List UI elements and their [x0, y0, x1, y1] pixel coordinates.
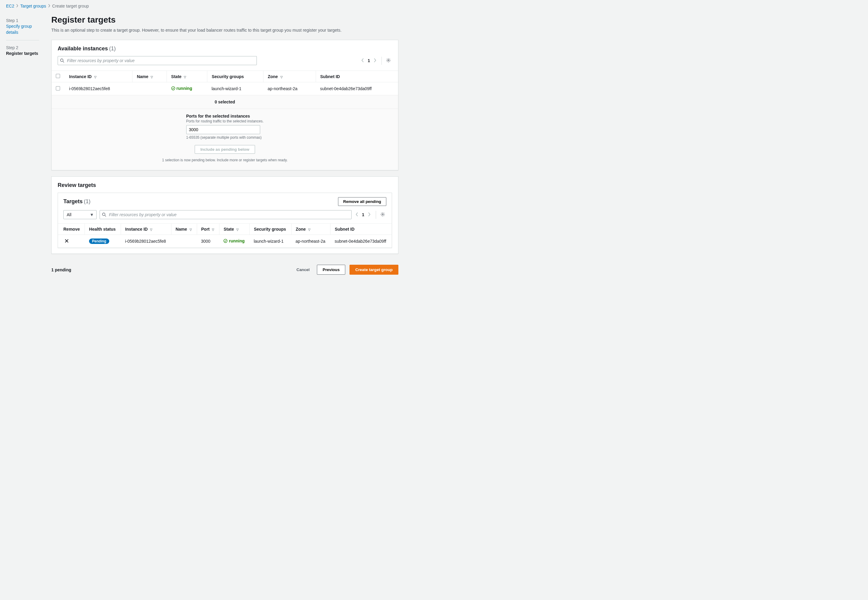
svg-point-4: [102, 213, 105, 215]
available-title-text: Available instances: [58, 45, 108, 52]
pager-prev-icon[interactable]: [355, 211, 359, 218]
review-title: Review targets: [58, 182, 392, 188]
pager-page: 1: [368, 58, 370, 63]
col-instance-id[interactable]: Instance ID: [125, 227, 148, 232]
include-pending-button[interactable]: Include as pending below: [195, 145, 255, 154]
cell-instance-id: i-0569b28012aec5fe8: [121, 235, 171, 248]
col-health: Health status: [89, 227, 116, 232]
col-port[interactable]: Port: [201, 227, 210, 232]
available-count: (1): [109, 45, 116, 52]
state-text: running: [176, 86, 192, 91]
available-search: [58, 56, 257, 65]
caret-down-icon: ▼: [90, 212, 94, 217]
health-filter-select[interactable]: All ▼: [63, 210, 97, 219]
cancel-button[interactable]: Cancel: [293, 265, 313, 274]
col-zone[interactable]: Zone: [268, 74, 278, 79]
targets-pager: 1: [355, 211, 371, 218]
cell-state: running: [167, 82, 207, 95]
svg-line-5: [105, 215, 106, 217]
cell-state: running: [219, 235, 249, 248]
sort-caret-icon: ▽: [212, 228, 214, 231]
status-ok-icon: [223, 239, 228, 243]
step1-label: Step 1: [6, 18, 39, 23]
available-instances-panel: Available instances (1) 1: [51, 40, 398, 170]
targets-title-text: Targets: [63, 198, 83, 205]
select-all-checkbox[interactable]: [56, 74, 60, 78]
step1-link[interactable]: Specify group details: [6, 24, 39, 35]
remove-target-button[interactable]: [65, 239, 69, 244]
chevron-right-icon: [16, 4, 18, 8]
sort-caret-icon: ▽: [184, 76, 186, 79]
sort-caret-icon: ▽: [308, 228, 310, 231]
cell-security-groups: launch-wizard-1: [207, 82, 263, 95]
col-remove: Remove: [63, 227, 80, 232]
col-name[interactable]: Name: [176, 227, 187, 232]
sort-caret-icon: ▽: [236, 228, 239, 231]
search-icon: [102, 212, 106, 217]
row-checkbox[interactable]: [56, 86, 60, 91]
col-instance-id[interactable]: Instance ID: [69, 74, 92, 79]
table-row[interactable]: i-0569b28012aec5fe8 running launch-wizar…: [52, 82, 398, 95]
wizard-sidebar: Step 1 Specify group details Step 2 Regi…: [6, 12, 39, 57]
targets-search: [100, 210, 352, 219]
targets-subpanel: Targets (1) Remove all pending All ▼: [58, 192, 392, 248]
col-subnet-id[interactable]: Subnet ID: [320, 74, 340, 79]
breadcrumb-target-groups[interactable]: Target groups: [20, 4, 46, 8]
ports-help: Ports for routing traffic to the selecte…: [186, 119, 264, 123]
table-row: Pending i-0569b28012aec5fe8 3000 running: [58, 235, 392, 248]
cell-zone: ap-northeast-2a: [291, 235, 330, 248]
previous-button[interactable]: Previous: [317, 265, 345, 275]
available-pager: 1: [360, 57, 377, 65]
pending-count: 1 pending: [51, 267, 71, 272]
col-subnet-id[interactable]: Subnet ID: [335, 227, 354, 232]
create-target-group-button[interactable]: Create target group: [350, 265, 398, 275]
main-content: Register targets This is an optional ste…: [51, 12, 398, 284]
cell-subnet-id: subnet-0e4dab26e73da09ff: [316, 82, 398, 95]
available-search-input[interactable]: [58, 56, 257, 65]
svg-point-0: [60, 59, 63, 62]
targets-search-input[interactable]: [100, 210, 352, 219]
filter-all-text: All: [67, 212, 71, 217]
wizard-footer: 1 pending Cancel Previous Create target …: [51, 260, 398, 284]
remove-all-pending-button[interactable]: Remove all pending: [338, 197, 386, 206]
review-title-text: Review targets: [58, 182, 96, 188]
cell-instance-id: i-0569b28012aec5fe8: [65, 82, 132, 95]
col-state[interactable]: State: [223, 227, 234, 232]
cell-name: [132, 82, 167, 95]
svg-point-2: [388, 59, 389, 61]
cell-zone: ap-northeast-2a: [263, 82, 316, 95]
col-name[interactable]: Name: [137, 74, 148, 79]
settings-gear-icon[interactable]: [376, 211, 386, 219]
step2-current: Register targets: [6, 51, 39, 57]
col-zone[interactable]: Zone: [296, 227, 306, 232]
settings-gear-icon[interactable]: [382, 57, 392, 65]
cell-port: 3000: [197, 235, 219, 248]
col-state[interactable]: State: [171, 74, 181, 79]
pager-next-icon[interactable]: [372, 57, 377, 65]
col-security-groups[interactable]: Security groups: [211, 74, 244, 79]
col-security-groups[interactable]: Security groups: [254, 227, 286, 232]
review-targets-panel: Review targets Targets (1) Remove all pe…: [51, 176, 398, 254]
pending-note: 1 selection is now pending below. Includ…: [58, 154, 392, 164]
page-subtitle: This is an optional step to create a tar…: [51, 28, 398, 33]
ports-input[interactable]: [186, 125, 260, 134]
sort-caret-icon: ▽: [280, 76, 283, 79]
state-text: running: [229, 238, 245, 243]
sort-caret-icon: ▽: [150, 228, 152, 231]
page-title: Register targets: [51, 15, 398, 25]
cell-security-groups: launch-wizard-1: [249, 235, 291, 248]
pager-next-icon[interactable]: [367, 211, 371, 218]
step2-label: Step 2: [6, 45, 39, 50]
available-title: Available instances (1): [58, 45, 392, 52]
breadcrumb: EC2 Target groups Create target group: [0, 0, 868, 12]
pager-prev-icon[interactable]: [360, 57, 365, 65]
breadcrumb-current: Create target group: [52, 4, 89, 8]
cell-name: [171, 235, 197, 248]
sort-caret-icon: ▽: [94, 76, 97, 79]
sort-caret-icon: ▽: [150, 76, 153, 79]
targets-table: Remove Health status Instance ID ▽ Name …: [58, 223, 392, 248]
breadcrumb-ec2[interactable]: EC2: [6, 4, 14, 8]
targets-count: (1): [84, 198, 91, 205]
ports-section: Ports for the selected instances Ports f…: [52, 109, 398, 170]
sort-caret-icon: ▽: [190, 228, 192, 231]
